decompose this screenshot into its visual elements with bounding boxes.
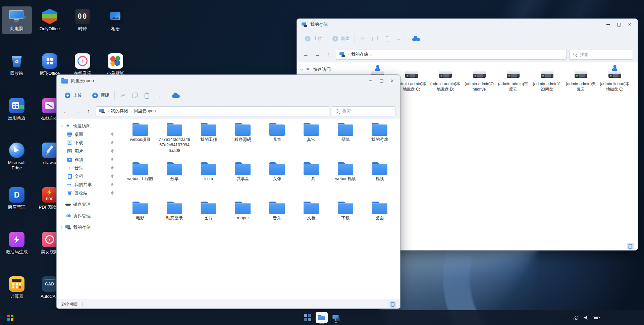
folder-item[interactable]: 儿童 xyxy=(260,122,294,162)
taskbar-file-manager-active[interactable] xyxy=(316,312,328,323)
folder-item[interactable]: 程序源码 xyxy=(226,122,260,162)
folder-item[interactable]: 工具 xyxy=(294,162,328,201)
move-icon[interactable] xyxy=(155,92,162,99)
sidebar-item-pictures[interactable]: 图片 xyxy=(57,147,118,155)
battery-icon[interactable] xyxy=(593,316,599,319)
sidebar-item-quick-access[interactable]: 快速访问 xyxy=(297,65,359,73)
volume-icon[interactable] xyxy=(584,316,589,320)
back-button[interactable] xyxy=(302,50,310,59)
cloud-download-icon[interactable] xyxy=(172,93,180,98)
desktop-icon-this-pc[interactable]: 此电脑 xyxy=(2,7,32,34)
titlebar[interactable]: 阿里云open xyxy=(57,75,400,87)
breadcrumb-item[interactable]: 阿里云open xyxy=(134,108,156,114)
sidebar-item-recycle-bin[interactable]: 回收站 xyxy=(57,189,118,197)
search-input[interactable] xyxy=(580,52,629,57)
folder-item[interactable]: 文档 xyxy=(294,201,328,240)
search-input[interactable] xyxy=(342,109,392,114)
paste-icon[interactable] xyxy=(383,35,390,42)
desktop-icon-clock[interactable]: 时钟 xyxy=(68,7,97,34)
maximize-button[interactable] xyxy=(613,20,624,29)
drive-item-tianyi-cloud[interactable]: (admin-admin)天翼云 xyxy=(564,64,598,109)
folder-item[interactable]: 我的游戏 xyxy=(363,122,397,162)
desktop-icon-album[interactable]: 相册 xyxy=(101,7,130,34)
desktop-icon-store-manager[interactable]: 商店管理 xyxy=(2,185,32,212)
folder-item[interactable]: webos项目 xyxy=(123,122,157,162)
close-button[interactable] xyxy=(387,77,397,85)
folder-item[interactable]: 音乐 xyxy=(260,201,294,240)
sidebar-item-music[interactable]: 音乐 xyxy=(57,164,118,172)
desktop-icon-ms-edge[interactable]: Microsoft Edge xyxy=(2,141,32,173)
forward-button[interactable] xyxy=(73,107,82,116)
breadcrumb-item[interactable]: 我的存储 xyxy=(351,52,368,57)
grid-view-button[interactable] xyxy=(627,243,634,250)
minimize-button[interactable] xyxy=(365,77,376,85)
drive-item-onedrive[interactable]: (admin-admin)Onedrive xyxy=(462,64,496,109)
maximize-button[interactable] xyxy=(376,77,387,85)
sidebar-item-videos[interactable]: 视频 xyxy=(57,155,118,164)
cut-icon[interactable] xyxy=(120,92,126,99)
sidebar-item-my-storage[interactable]: 我的存储 xyxy=(57,223,118,231)
sidebar-item-disk-management[interactable]: 磁盘管理 xyxy=(57,200,118,209)
desktop-icon-app-store[interactable]: 应用商店 xyxy=(2,96,32,123)
folder-item[interactable]: 我的工作 xyxy=(192,122,226,162)
back-button[interactable] xyxy=(61,107,70,116)
desktop-icon-calculator[interactable]: 计算器 xyxy=(2,274,32,301)
up-button[interactable] xyxy=(84,107,93,116)
chevron-icon[interactable] xyxy=(59,214,63,218)
desktop-icon-onlyoffice[interactable]: OnlyOffice xyxy=(35,7,64,34)
start-button[interactable] xyxy=(7,315,13,321)
close-button[interactable] xyxy=(624,20,635,29)
folder-item[interactable]: 其它 xyxy=(294,122,328,162)
app-launcher-icon[interactable] xyxy=(302,312,313,323)
wifi-icon[interactable] xyxy=(574,316,579,320)
sidebar-item-desktop[interactable]: 桌面 xyxy=(57,130,118,139)
folder-item[interactable]: 共享盘 xyxy=(226,162,260,201)
paste-icon[interactable] xyxy=(143,92,150,99)
taskbar-this-pc[interactable] xyxy=(330,312,342,323)
folder-item[interactable]: webos 工程图 xyxy=(123,162,157,201)
sidebar-item-my-shares[interactable]: 我的共享 xyxy=(57,180,118,189)
folder-item[interactable]: 777e14f3d42a4867a2c841079946aa08 xyxy=(157,122,192,162)
folder-item[interactable]: 视频 xyxy=(363,162,397,201)
new-button[interactable]: 新建 xyxy=(92,92,109,98)
drive-item-123-cloud[interactable]: (admin-admin)123网盘 xyxy=(530,64,564,109)
sidebar-item-collaboration[interactable]: 协作管理 xyxy=(57,212,118,220)
drive-item-local-disk-d[interactable]: (admin-admin)本地磁盘 D: xyxy=(428,64,462,109)
window-aliyun-open[interactable]: 阿里云open 上传 新建 xyxy=(56,74,400,309)
forward-button[interactable] xyxy=(313,50,322,59)
up-button[interactable] xyxy=(324,50,333,59)
grid-view-button[interactable] xyxy=(389,301,396,308)
drive-item-baidu-cloud[interactable]: (admin-admin)百度云 xyxy=(496,64,530,109)
copy-icon[interactable] xyxy=(131,92,138,99)
sidebar-item-documents[interactable]: 文档 xyxy=(57,172,118,180)
folder-item[interactable]: rapper xyxy=(226,201,260,240)
folder-item[interactable]: 下载 xyxy=(328,201,363,240)
copy-icon[interactable] xyxy=(372,35,378,42)
folder-item[interactable]: 图片 xyxy=(192,201,226,240)
folder-item[interactable]: 壁纸 xyxy=(328,122,363,162)
folder-item[interactable]: webos视频 xyxy=(328,162,363,201)
titlebar[interactable]: 我的存储 xyxy=(297,19,638,30)
chevron-icon[interactable] xyxy=(59,203,63,207)
minimize-button[interactable] xyxy=(603,20,613,29)
breadcrumb-item[interactable]: 我的存储 xyxy=(111,108,128,114)
desktop-icon-keygen[interactable]: 激活码生成 xyxy=(2,230,32,257)
chevron-icon[interactable] xyxy=(300,67,304,71)
upload-button[interactable]: 上传 xyxy=(305,36,322,42)
new-button[interactable]: 新建 xyxy=(332,36,350,42)
cloud-download-icon[interactable] xyxy=(412,36,420,42)
sidebar-item-downloads[interactable]: 下载 xyxy=(57,139,118,147)
chevron-icon[interactable] xyxy=(59,225,63,229)
folder-item[interactable]: lolzb xyxy=(192,162,226,201)
folder-item[interactable]: 电影 xyxy=(123,201,157,240)
desktop-icon-recycle-bin[interactable]: 回收站 xyxy=(2,51,32,78)
move-icon[interactable] xyxy=(395,35,402,42)
address-bar[interactable]: 我的存储 xyxy=(336,50,567,60)
folder-item[interactable]: 动态壁纸 xyxy=(157,201,192,240)
address-bar[interactable]: 我的存储 阿里云open xyxy=(96,106,329,116)
folder-item[interactable]: 头像 xyxy=(260,162,294,201)
upload-button[interactable]: 上传 xyxy=(65,92,82,98)
drive-item-liuhao-local-disk-c[interactable]: (admin-liuhao)本地磁盘 C: xyxy=(598,64,632,109)
cut-icon[interactable] xyxy=(360,35,367,42)
sidebar-item-quick-access[interactable]: 快速访问 xyxy=(57,122,118,130)
